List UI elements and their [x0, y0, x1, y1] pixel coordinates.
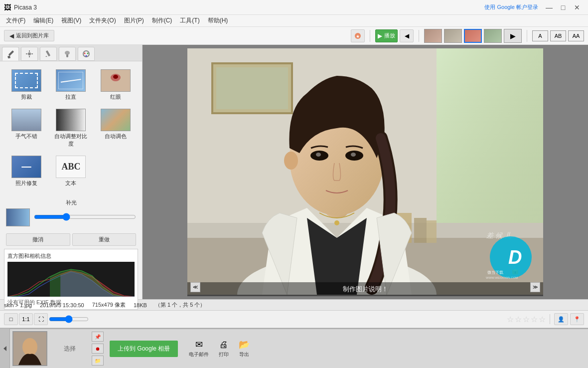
maximize-button[interactable]: □ [556, 2, 570, 12]
tool-repair[interactable]: 照片修复 [6, 154, 47, 189]
tool-crop[interactable]: 剪裁 [6, 67, 47, 103]
arrow-icon [1, 345, 8, 352]
image-container: 🔒 差 候 儿 制作图片说明！ ≪ ≫ D 微当下载 WWW.WEIDOWN.C… [187, 48, 543, 296]
thumbnail-4[interactable] [484, 29, 502, 43]
fill-light-slider[interactable] [34, 213, 136, 221]
palette-icon [82, 49, 91, 58]
action-buttons: 撤消 重做 [0, 230, 142, 249]
email-group[interactable]: ✉ 电子邮件 [184, 337, 214, 360]
tag-icon-button[interactable]: ★ [351, 29, 365, 42]
text-compare-btn[interactable]: AA [568, 30, 584, 41]
tool-autocontrast[interactable]: 自动调整对比度 [51, 107, 92, 150]
ratio-btn[interactable]: 1:1 [19, 313, 33, 325]
menu-tools[interactable]: 工具(T) [176, 15, 203, 26]
scroll-left-button[interactable]: ≪ [190, 282, 200, 292]
back-to-library-button[interactable]: ◀ 返回到图片库 [4, 30, 54, 41]
print-group[interactable]: 🖨 打印 [214, 338, 234, 360]
bottom-left-arrow[interactable] [0, 329, 10, 368]
tool-straight-thumb [56, 69, 86, 92]
undo-button[interactable]: 撤消 [6, 233, 70, 246]
folder-btn[interactable]: 📁 [92, 356, 104, 366]
export-group[interactable]: 📂 导出 [234, 337, 255, 360]
tool-autocolor[interactable]: 自动调色 [95, 107, 136, 150]
prev-nav-button[interactable]: ◀ [400, 29, 414, 42]
bottom-strip: 选择 📌 ⏺ 📁 上传到 Google 相册 ✉ 电子邮件 🖨 打印 📂 导出 [0, 328, 588, 368]
email-icon: ✉ [195, 339, 203, 350]
svg-point-37 [351, 153, 356, 157]
menu-file[interactable]: 文件(F) [2, 15, 29, 26]
play-button[interactable]: ▶ 播放 [375, 29, 398, 42]
menu-photo[interactable]: 图片(P) [120, 15, 148, 26]
svg-rect-25 [216, 67, 288, 109]
tab-effects[interactable] [59, 47, 76, 61]
pin-btn[interactable]: 📌 [92, 332, 104, 342]
star-1[interactable]: ☆ [507, 315, 514, 324]
fullscreen-btn[interactable]: ⛶ [34, 313, 48, 325]
menu-help[interactable]: 帮助(H) [204, 15, 232, 26]
app-title: Picasa 3 [14, 4, 484, 11]
text-double-btn[interactable]: AB [550, 30, 566, 41]
tab-more[interactable] [78, 47, 95, 61]
sparkle-icon [25, 49, 34, 58]
promo-banner[interactable]: 制作图片说明！ [187, 282, 543, 296]
tool-lucky-label: 手气不错 [15, 133, 37, 140]
tool-redeye-label: 红眼 [110, 93, 121, 101]
select-area[interactable]: 选择 [50, 329, 90, 368]
tab-pen[interactable] [40, 47, 57, 61]
left-panel: 剪裁 拉直 红眼 手气不错 [0, 45, 143, 299]
tools-grid: 剪裁 拉直 红眼 手气不错 [0, 61, 142, 195]
tool-repair-label: 照片修复 [15, 180, 37, 187]
tool-repair-thumb [11, 156, 41, 178]
text-single-btn[interactable]: A [532, 30, 548, 41]
histogram-chart [7, 262, 135, 297]
crop-btn[interactable]: □ [4, 313, 18, 325]
close-button[interactable]: ✕ [570, 2, 584, 12]
svg-point-38 [334, 220, 339, 225]
back-label: 返回到图片库 [16, 32, 49, 39]
tool-lucky[interactable]: 手气不错 [6, 107, 47, 150]
scroll-right-button[interactable]: ≫ [530, 282, 540, 292]
tool-text-label: 文本 [65, 180, 76, 187]
thumbnail-2[interactable] [444, 29, 462, 43]
svg-text:差 候 儿: 差 候 儿 [486, 231, 512, 239]
tab-tune[interactable] [21, 47, 38, 61]
fill-light-slider-wrapper[interactable] [34, 213, 136, 222]
status-resolution: 715x479 像素 [92, 301, 126, 309]
zoom-slider[interactable] [49, 315, 89, 323]
star-3[interactable]: ☆ [523, 315, 530, 324]
tool-redeye[interactable]: 红眼 [95, 67, 136, 103]
menu-make[interactable]: 制作(C) [148, 15, 176, 26]
bottom-thumbnail[interactable] [12, 331, 47, 366]
bottom-toolbar: □ 1:1 ⛶ ☆ ☆ ☆ ☆ ☆ 👤 📍 [0, 310, 588, 328]
location-btn[interactable]: 📍 [570, 313, 584, 325]
next-nav-button[interactable]: ▶ [504, 29, 522, 43]
tool-redeye-thumb [101, 69, 131, 92]
menu-view[interactable]: 视图(V) [57, 15, 85, 26]
menu-edit[interactable]: 编辑(E) [29, 15, 57, 26]
export-icon: 📂 [239, 339, 250, 350]
star-4[interactable]: ☆ [531, 315, 538, 324]
upload-google-button[interactable]: 上传到 Google 相册 [110, 341, 178, 357]
svg-point-33 [284, 152, 298, 170]
thumbnail-3[interactable] [464, 29, 482, 43]
menu-folder[interactable]: 文件夹(O) [85, 15, 120, 26]
svg-rect-29 [427, 220, 437, 243]
tool-text[interactable]: ABC 文本 [51, 154, 92, 189]
tab-basic[interactable] [2, 47, 19, 61]
svg-point-15 [87, 53, 89, 54]
main-content: 剪裁 拉直 红眼 手气不错 [0, 45, 588, 299]
redo-button[interactable]: 重做 [72, 233, 137, 246]
person-btn[interactable]: 👤 [554, 313, 568, 325]
svg-marker-10 [45, 56, 47, 57]
svg-rect-2 [8, 50, 14, 56]
star-2[interactable]: ☆ [515, 315, 522, 324]
record-btn[interactable]: ⏺ [92, 344, 104, 354]
back-arrow-icon: ◀ [9, 32, 14, 39]
thumbnail-1[interactable] [424, 29, 442, 43]
fill-light-section: 补光 [0, 195, 142, 230]
svg-rect-9 [46, 50, 50, 56]
google-login-link[interactable]: 使用 Google 帐户登录 [484, 3, 538, 11]
minimize-button[interactable]: — [542, 2, 556, 12]
tool-straighten[interactable]: 拉直 [51, 67, 92, 103]
star-5[interactable]: ☆ [539, 315, 546, 324]
